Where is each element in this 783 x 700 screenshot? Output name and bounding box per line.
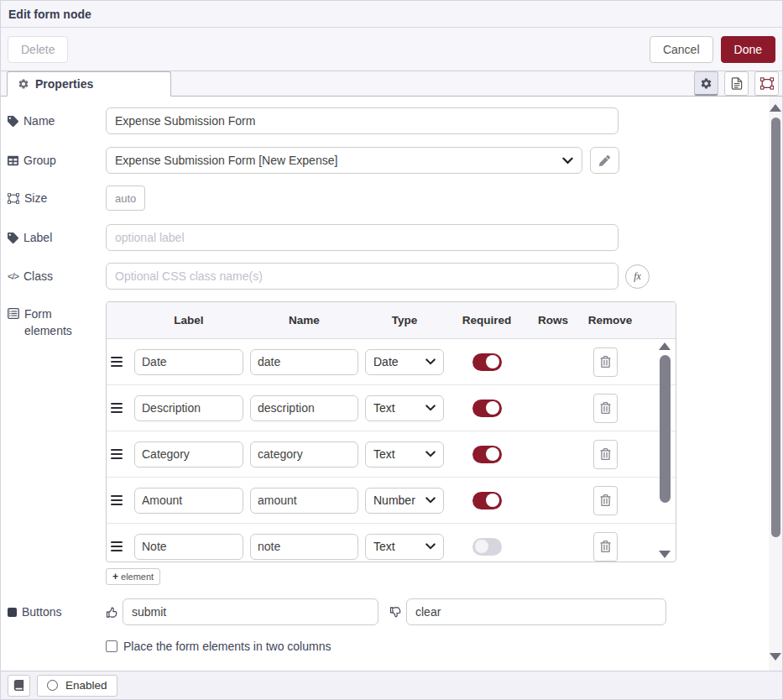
scrollbar-thumb[interactable] [660, 355, 671, 503]
element-label-input[interactable] [134, 534, 243, 560]
required-toggle[interactable] [472, 538, 502, 556]
status-circle-icon [47, 680, 58, 691]
list-alt-icon [8, 308, 19, 319]
enabled-toggle-button[interactable]: Enabled [37, 675, 117, 697]
element-label-input[interactable] [134, 441, 243, 468]
trash-icon [600, 494, 611, 506]
element-type-value: Text [373, 401, 395, 415]
element-type-select[interactable]: Number [365, 488, 444, 514]
delete-element-button[interactable] [593, 486, 618, 515]
required-toggle[interactable] [472, 353, 502, 371]
submit-button-input[interactable] [123, 598, 378, 625]
tab-properties[interactable]: Properties [7, 71, 171, 97]
element-type-value: Text [373, 447, 395, 461]
edit-form-node-dialog: Edit form node Delete Cancel Done Proper… [0, 0, 783, 700]
appearance-editor-button[interactable] [754, 71, 779, 96]
drag-handle-icon[interactable] [111, 495, 123, 505]
cancel-button[interactable]: Cancel [650, 36, 713, 63]
fx-expand-button[interactable]: fx [625, 264, 650, 289]
drag-handle-icon[interactable] [111, 541, 123, 551]
scroll-down-icon[interactable] [770, 653, 781, 661]
panel-scrollbar[interactable] [769, 97, 782, 671]
drag-handle-icon[interactable] [111, 403, 123, 413]
element-type-select[interactable]: Date [365, 349, 444, 375]
scroll-up-icon[interactable] [659, 342, 671, 350]
element-name-input[interactable] [250, 534, 358, 560]
tab-properties-label: Properties [35, 77, 93, 91]
chevron-down-icon [425, 451, 436, 457]
required-toggle[interactable] [472, 400, 502, 417]
form-element-row: Text [107, 385, 676, 431]
two-columns-checkbox[interactable] [106, 640, 117, 652]
gear-icon [700, 77, 713, 90]
thumbs-down-icon [389, 606, 402, 619]
description-editor-button[interactable] [724, 71, 749, 96]
name-input[interactable] [106, 107, 619, 134]
object-group-icon [760, 77, 774, 90]
scrollbar-thumb[interactable] [771, 118, 780, 537]
square-icon [8, 608, 17, 617]
delete-button[interactable]: Delete [8, 36, 68, 63]
tag-icon [8, 116, 18, 127]
element-type-select[interactable]: Text [365, 395, 444, 421]
group-select-value: Expense Submission Form [New Expense] [115, 154, 337, 167]
class-field-label: Class [23, 269, 53, 283]
element-name-input[interactable] [250, 349, 358, 375]
element-type-select[interactable]: Text [365, 534, 444, 560]
form-element-row: Text [107, 524, 676, 562]
scroll-up-icon[interactable] [770, 104, 781, 112]
element-label-input[interactable] [134, 395, 243, 421]
class-input[interactable] [106, 263, 619, 290]
form-elements-header: Label Name Type Required Rows Remove [107, 302, 676, 339]
chevron-down-icon [425, 543, 436, 550]
done-button[interactable]: Done [721, 36, 775, 63]
properties-editor-button[interactable] [694, 71, 718, 96]
element-type-value: Text [373, 540, 395, 553]
drag-handle-icon[interactable] [111, 449, 123, 459]
group-select[interactable]: Expense Submission Form [New Expense] [106, 147, 582, 174]
form-elements-list: Date Text Text [107, 339, 676, 562]
label-input[interactable] [106, 224, 619, 251]
docs-button[interactable] [8, 675, 30, 697]
delete-element-button[interactable] [593, 532, 618, 562]
chevron-down-icon [562, 157, 573, 165]
tab-bar: Properties [1, 71, 782, 97]
size-button[interactable]: auto [106, 185, 145, 211]
trash-icon [600, 448, 611, 460]
delete-element-button[interactable] [593, 440, 618, 469]
list-scrollbar[interactable] [657, 342, 672, 558]
dialog-titlebar: Edit form node [1, 1, 782, 28]
required-toggle[interactable] [472, 446, 502, 463]
form-elements-label: Form elements [24, 306, 83, 339]
trash-icon [600, 541, 611, 552]
add-element-button[interactable]: + element [106, 568, 160, 585]
column-header-required: Required [451, 314, 523, 326]
element-name-input[interactable] [250, 441, 358, 468]
trash-icon [600, 402, 611, 414]
element-label-input[interactable] [134, 488, 243, 514]
element-name-input[interactable] [250, 488, 358, 514]
gear-icon [18, 78, 29, 90]
table-icon [8, 155, 18, 166]
properties-panel: Name Group Expense Submission Form [New … [1, 97, 782, 671]
document-icon [731, 77, 743, 90]
delete-element-button[interactable] [593, 347, 618, 377]
chevron-down-icon [425, 497, 436, 504]
add-element-label: element [121, 572, 154, 582]
clear-button-input[interactable] [406, 598, 666, 625]
edit-group-button[interactable] [590, 147, 619, 174]
form-element-row: Text [107, 431, 676, 478]
required-toggle[interactable] [472, 492, 502, 509]
pencil-icon [599, 155, 610, 166]
column-header-name: Name [250, 314, 358, 326]
scroll-down-icon[interactable] [659, 551, 671, 558]
chevron-down-icon [425, 405, 436, 411]
enabled-label: Enabled [65, 679, 107, 692]
delete-element-button[interactable] [593, 394, 618, 423]
drag-handle-icon[interactable] [111, 357, 123, 367]
element-label-input[interactable] [134, 349, 243, 375]
label-field-label: Label [23, 231, 52, 244]
element-name-input[interactable] [250, 395, 358, 421]
code-icon: </> [8, 271, 18, 281]
element-type-select[interactable]: Text [365, 441, 444, 468]
